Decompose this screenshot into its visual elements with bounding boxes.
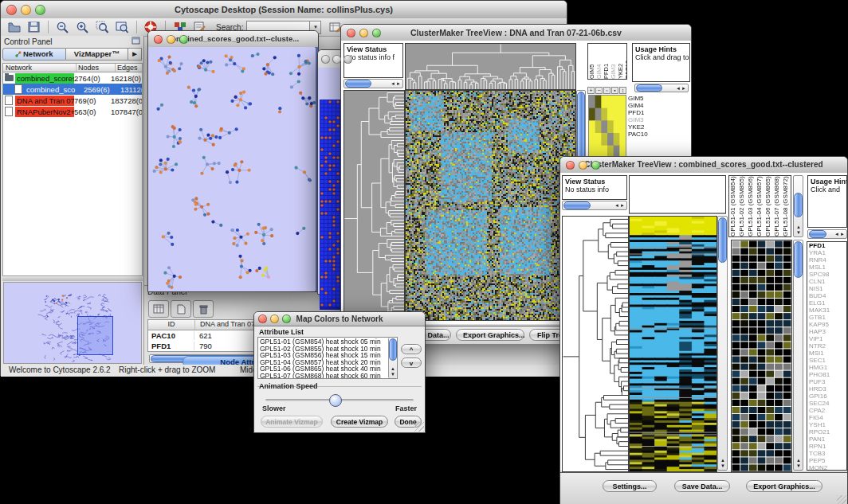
heatmap-zoom[interactable] bbox=[731, 240, 792, 472]
zoom-button[interactable] bbox=[344, 55, 352, 64]
column-label[interactable]: GIM3 bbox=[610, 44, 617, 79]
close-button[interactable] bbox=[347, 29, 355, 37]
attribute-item[interactable]: GPL51-07 (GSM868) heat shock 60 min bbox=[260, 373, 387, 379]
gene-label[interactable]: PUF3 bbox=[809, 378, 846, 385]
gene-label[interactable]: NIS1 bbox=[809, 285, 846, 292]
minimize-button[interactable] bbox=[359, 29, 368, 37]
gene-label[interactable]: HRD3 bbox=[809, 385, 846, 393]
gene-label[interactable]: CPA2 bbox=[809, 407, 846, 414]
tab-vizmapper[interactable]: VizMapper™ bbox=[66, 48, 129, 61]
gene-label[interactable]: HMG1 bbox=[809, 364, 846, 371]
gene-label[interactable]: MSI1 bbox=[809, 350, 846, 357]
gene-label[interactable]: YSH1 bbox=[809, 421, 846, 428]
scroll-right-icon[interactable]: ► bbox=[681, 86, 686, 92]
row-dendrogram[interactable] bbox=[562, 216, 629, 472]
minimize-button[interactable] bbox=[579, 161, 587, 170]
zoom-button[interactable] bbox=[35, 5, 45, 15]
mini-tool-icon[interactable]: ↕ bbox=[619, 87, 626, 94]
column-label[interactable]: YKE2 bbox=[617, 44, 624, 79]
zoom-button[interactable] bbox=[591, 161, 600, 170]
gene-label[interactable]: PEP5 bbox=[809, 457, 846, 464]
gene-label[interactable]: YKE2 bbox=[628, 123, 657, 131]
gene-label[interactable]: TCB3 bbox=[809, 450, 846, 457]
scrollbar-thumb[interactable] bbox=[389, 338, 397, 361]
new-attribute-icon[interactable] bbox=[171, 300, 191, 318]
gene-label[interactable]: MON2 bbox=[809, 464, 846, 471]
title-bar[interactable]: ClusterMaker TreeView : DNA and Tran 07-… bbox=[341, 25, 691, 41]
gene-label[interactable]: YRA1 bbox=[809, 249, 846, 256]
gene-label[interactable]: MAK31 bbox=[809, 307, 846, 314]
title-bar[interactable]: Cytoscape Desktop (Session Name: collins… bbox=[1, 1, 567, 19]
float-panel-icon[interactable] bbox=[132, 37, 140, 46]
scroll-left-icon[interactable]: ◄ bbox=[614, 203, 619, 209]
close-button[interactable] bbox=[258, 315, 267, 323]
scroll-down-icon[interactable]: ▼ bbox=[796, 463, 801, 469]
mini-tool-icon[interactable]: ▪ bbox=[611, 87, 618, 94]
column-label[interactable]: GPL51-07 (GSM868) bbox=[773, 176, 782, 236]
attribute-item[interactable]: GPL51-04 (GSM857) heat shock 20 min bbox=[260, 359, 387, 366]
export-graphics-button[interactable]: Export Graphics... bbox=[456, 329, 524, 341]
resize-grip[interactable] bbox=[414, 422, 424, 432]
gene-label[interactable]: SEC24 bbox=[809, 400, 846, 407]
column-header[interactable]: Edges bbox=[116, 64, 142, 72]
scroll-up-icon[interactable]: ▲ bbox=[720, 458, 725, 463]
gene-list-hscrollbar[interactable]: ◄ ► bbox=[807, 229, 847, 239]
scroll-down-icon[interactable]: ▼ bbox=[720, 463, 725, 469]
panel-splitter[interactable] bbox=[2, 277, 143, 281]
scroll-right-icon[interactable]: ► bbox=[840, 232, 845, 237]
zoom-hscrollbar[interactable]: ◄ ► bbox=[634, 84, 689, 92]
gene-label[interactable]: SPC98 bbox=[809, 271, 846, 278]
gene-label[interactable]: ELG1 bbox=[809, 299, 846, 307]
move-down-button[interactable]: v bbox=[401, 357, 422, 368]
mini-tool-icon[interactable]: ▫ bbox=[603, 87, 610, 94]
gene-label[interactable]: FIG4 bbox=[809, 414, 846, 421]
scroll-up-icon[interactable]: ▲ bbox=[796, 225, 801, 230]
column-label[interactable]: PFD1 bbox=[603, 44, 610, 79]
save-data-button[interactable]: Save Data... bbox=[674, 480, 730, 492]
column-label[interactable]: GIM4 bbox=[595, 44, 603, 79]
close-button[interactable] bbox=[321, 55, 330, 64]
column-header[interactable]: Nodes bbox=[77, 64, 116, 72]
gene-label[interactable]: GTB1 bbox=[809, 314, 846, 321]
scroll-right-icon[interactable]: ► bbox=[396, 81, 401, 87]
birdseye-view[interactable] bbox=[3, 282, 142, 364]
zoom-fit-icon[interactable] bbox=[115, 20, 130, 34]
gene-label[interactable]: PFD1 bbox=[809, 242, 846, 249]
status-hscrollbar[interactable]: ◄ ► bbox=[562, 201, 627, 210]
network-tree-row[interactable]: combined_sco2569(6)13112(15) bbox=[3, 84, 142, 95]
title-bar[interactable]: combined_scores_good.txt--cluste... bbox=[148, 31, 318, 48]
minimize-button[interactable] bbox=[270, 315, 279, 323]
column-header[interactable]: Network bbox=[3, 64, 77, 72]
heatmap-vscrollbar[interactable]: ▲ ▼ bbox=[717, 216, 728, 471]
gene-label[interactable]: PAC10 bbox=[628, 131, 657, 138]
close-button[interactable] bbox=[6, 5, 17, 15]
scroll-right-icon[interactable]: ► bbox=[620, 203, 625, 209]
title-bar[interactable]: Map Colors to Network bbox=[254, 312, 425, 326]
gene-label[interactable]: GIM4 bbox=[628, 102, 657, 109]
close-button[interactable] bbox=[154, 35, 163, 44]
animate-vizmap-button[interactable]: Animate Vizmap bbox=[261, 416, 323, 428]
settings-button[interactable]: Settings... bbox=[603, 480, 657, 492]
gene-label[interactable]: NTR2 bbox=[809, 342, 846, 350]
open-session-icon[interactable] bbox=[6, 20, 22, 34]
gene-label[interactable]: GPI16 bbox=[809, 393, 846, 400]
scroll-left-icon[interactable]: ◄ bbox=[676, 86, 681, 92]
create-vizmap-button[interactable]: Create Vizmap bbox=[331, 416, 388, 428]
gene-label[interactable]: VIP1 bbox=[809, 335, 846, 342]
tab-network[interactable]: Network bbox=[2, 48, 66, 61]
scroll-down-icon[interactable]: ▼ bbox=[391, 372, 395, 377]
scroll-up-icon[interactable]: ▲ bbox=[796, 458, 801, 463]
move-up-button[interactable]: ^ bbox=[401, 344, 422, 354]
scrollbar-thumb[interactable] bbox=[718, 217, 727, 263]
resize-grip[interactable] bbox=[837, 495, 846, 504]
column-label[interactable]: GPL51-04 (GSM857) bbox=[756, 176, 764, 236]
status-hscrollbar[interactable]: ◄ ► bbox=[344, 79, 403, 88]
gene-label[interactable]: GIM3 bbox=[628, 116, 657, 123]
column-header[interactable]: ID bbox=[148, 320, 195, 330]
attribute-item[interactable]: GPL51-06 (GSM865) heat shock 40 min bbox=[260, 365, 387, 373]
export-graphics-button[interactable]: Export Graphics... bbox=[746, 480, 822, 492]
row-dendrogram[interactable] bbox=[344, 90, 405, 321]
gene-label[interactable]: SEC1 bbox=[809, 357, 846, 364]
minimize-button[interactable] bbox=[21, 5, 31, 15]
zoom-out-icon[interactable] bbox=[55, 20, 70, 34]
